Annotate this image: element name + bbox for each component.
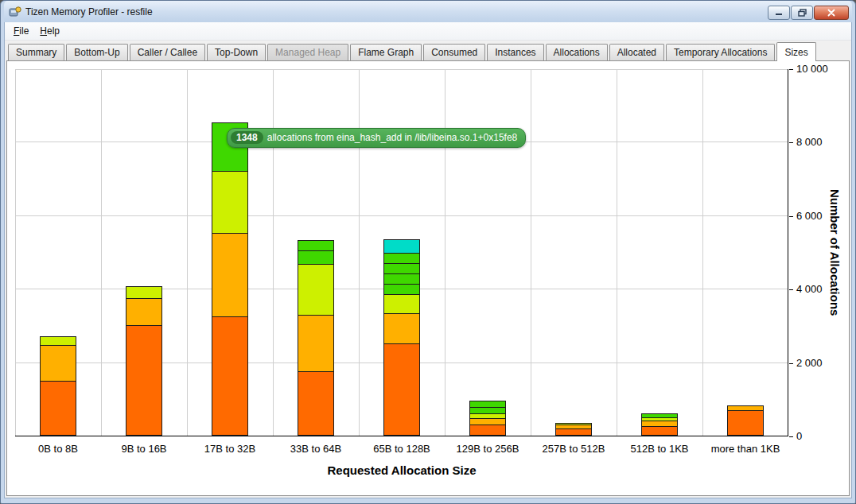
tab-allocated[interactable]: Allocated [609, 44, 664, 60]
tab-managed-heap[interactable]: Managed Heap [267, 44, 348, 60]
h-gridline [15, 69, 788, 70]
bar-segment-green[interactable] [383, 284, 420, 295]
tab-bar: SummaryBottom-UpCaller / CalleeTop-DownM… [5, 41, 851, 60]
tab-page-sizes: Requested Allocation Size Number of Allo… [6, 60, 850, 496]
x-tick-label: 129B to 256B [445, 443, 531, 455]
v-gridline [101, 69, 102, 436]
y-tick-label: 6 000 [796, 210, 823, 222]
bar-segment-amber[interactable] [126, 298, 162, 326]
y-tick-mark [789, 436, 793, 437]
bar-segment-cyan[interactable] [383, 239, 420, 254]
bar-9b-to-16b[interactable] [126, 286, 162, 436]
bar-33b-to-64b[interactable] [298, 240, 334, 436]
tooltip-text: allocations from eina_hash_add in /lib/l… [267, 132, 518, 143]
bar-segment-green[interactable] [383, 263, 420, 274]
client-area: FileHelp SummaryBottom-UpCaller / Callee… [4, 22, 852, 498]
x-tick-label: 9B to 16B [101, 443, 187, 455]
minimize-button[interactable] [768, 6, 790, 20]
tab-caller-callee[interactable]: Caller / Callee [130, 44, 205, 60]
y-tick-mark [789, 69, 793, 70]
v-gridline [617, 69, 617, 436]
tab-consumed[interactable]: Consumed [423, 44, 485, 60]
tooltip-count-badge: 1348 [231, 131, 263, 144]
close-button[interactable] [814, 6, 849, 20]
bar-segment-orange[interactable] [383, 343, 420, 436]
bar-segment-yellow_green[interactable] [298, 264, 334, 316]
bar-0b-to-8b[interactable] [40, 336, 76, 436]
app-window: Tizen Memory Profiler - resfile FileHelp… [0, 0, 856, 504]
v-gridline [702, 69, 703, 436]
bar-segment-yellow_green[interactable] [212, 171, 248, 234]
tab-summary[interactable]: Summary [8, 44, 64, 60]
x-tick-label: 0B to 8B [15, 443, 101, 455]
window-title: Tizen Memory Profiler - resfile [25, 6, 768, 17]
bar-17b-to-32b[interactable] [212, 122, 248, 436]
y-tick-label: 2 000 [796, 357, 823, 369]
y-tick-mark [789, 142, 793, 143]
tab-flame-graph[interactable]: Flame Graph [350, 44, 422, 60]
bar-more-than-1kb[interactable] [727, 405, 764, 436]
bar-512b-to-1kb[interactable] [641, 413, 678, 436]
y-tick-mark [789, 289, 793, 290]
bar-segment-amber[interactable] [383, 313, 420, 344]
x-tick-label: 65B to 128B [359, 443, 445, 455]
chart-tooltip: 1348 allocations from eina_hash_add in /… [227, 128, 526, 148]
bar-segment-yellow_green[interactable] [383, 294, 420, 314]
bar-segment-orange[interactable] [40, 381, 76, 436]
h-gridline [15, 215, 788, 216]
menu-file[interactable]: File [8, 23, 34, 39]
tab-bottom-up[interactable]: Bottom-Up [66, 44, 127, 60]
y-axis-title: Number of Allocations [828, 69, 842, 436]
maximize-button[interactable] [791, 6, 813, 20]
bar-257b-to-512b[interactable] [555, 423, 592, 436]
x-tick-label: 17B to 32B [187, 443, 273, 455]
bar-segment-amber[interactable] [40, 345, 76, 382]
tab-sizes[interactable]: Sizes [776, 42, 815, 61]
v-gridline [359, 69, 360, 436]
bar-65b-to-128b[interactable] [383, 239, 420, 436]
v-gridline [445, 69, 446, 436]
v-gridline [187, 69, 188, 436]
y-tick-label: 0 [796, 430, 802, 442]
tab-temporary-allocations[interactable]: Temporary Allocations [666, 44, 775, 60]
bar-segment-orange[interactable] [126, 325, 162, 436]
v-gridline [531, 69, 531, 436]
caption-buttons [768, 4, 849, 20]
tab-allocations[interactable]: Allocations [546, 44, 608, 60]
bar-segment-orange[interactable] [298, 371, 334, 436]
bar-segment-green[interactable] [298, 240, 334, 251]
bar-segment-orange[interactable] [555, 428, 592, 436]
y-tick-label: 10 000 [796, 63, 828, 75]
bar-129b-to-256b[interactable] [469, 401, 506, 436]
bar-segment-amber[interactable] [212, 233, 248, 317]
v-gridline [15, 69, 16, 436]
titlebar: Tizen Memory Profiler - resfile [4, 1, 852, 22]
v-gridline [273, 69, 274, 436]
plot-area [15, 69, 788, 436]
bar-segment-yellow_green[interactable] [126, 286, 162, 299]
x-tick-label: 257B to 512B [531, 443, 617, 455]
menu-help[interactable]: Help [34, 23, 65, 39]
tab-top-down[interactable]: Top-Down [207, 44, 266, 60]
close-icon [827, 9, 835, 17]
x-axis-title: Requested Allocation Size [15, 463, 788, 477]
bar-segment-green[interactable] [383, 253, 420, 264]
bar-segment-green[interactable] [383, 273, 420, 285]
bar-segment-orange[interactable] [727, 410, 764, 436]
bar-segment-green[interactable] [298, 250, 334, 265]
bar-segment-orange[interactable] [212, 316, 248, 436]
y-tick-mark [789, 216, 793, 217]
bar-segment-orange[interactable] [641, 426, 678, 436]
maximize-icon [798, 9, 807, 17]
app-icon [9, 6, 21, 18]
bar-segment-amber[interactable] [298, 315, 334, 372]
tab-instances[interactable]: Instances [487, 44, 543, 60]
menubar: FileHelp [5, 22, 851, 41]
x-tick-label: 512B to 1KB [617, 443, 702, 455]
chart-area: Requested Allocation Size Number of Allo… [7, 61, 849, 495]
bar-segment-orange[interactable] [469, 425, 506, 436]
y-tick-mark [789, 363, 793, 364]
y-tick-label: 8 000 [796, 136, 823, 148]
y-tick-label: 4 000 [796, 283, 823, 295]
x-tick-label: more than 1KB [702, 443, 788, 455]
